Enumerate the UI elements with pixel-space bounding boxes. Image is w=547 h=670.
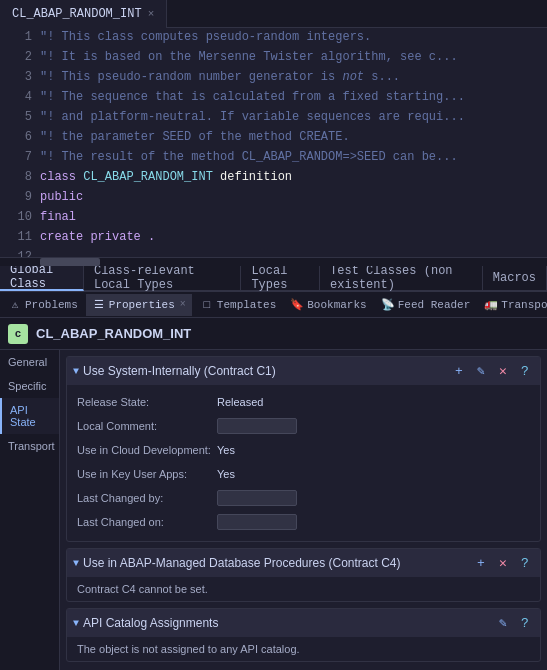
bottom-tab[interactable]: Class-relevant Local Types: [84, 265, 241, 291]
tool-close-btn[interactable]: ×: [180, 299, 186, 310]
tool-icon: ⚠: [8, 298, 22, 312]
editor-scrollbar-thumb[interactable]: [40, 258, 100, 266]
line-content: final: [40, 210, 76, 224]
changed-on-value[interactable]: [217, 514, 297, 530]
code-line: 4"! The sequence that is calculated from…: [0, 90, 547, 110]
key-user-label: Use in Key User Apps:: [77, 468, 217, 480]
left-nav-item[interactable]: Transport: [0, 434, 59, 458]
tool-icon: 🔖: [290, 298, 304, 312]
tool-icon: 🚛: [484, 298, 498, 312]
line-content: create private .: [40, 230, 155, 244]
contract-c1-header: ▼ Use System-Internally (Contract C1) + …: [67, 357, 540, 385]
catalog-info-btn[interactable]: ?: [516, 614, 534, 632]
tool-item[interactable]: 📡Feed Reader: [375, 294, 477, 316]
tab-close-button[interactable]: ×: [148, 8, 155, 20]
cloud-dev-label: Use in Cloud Development:: [77, 444, 217, 456]
tool-item[interactable]: 🔖Bookmarks: [284, 294, 372, 316]
c1-delete-btn[interactable]: ✕: [494, 362, 512, 380]
local-comment-input[interactable]: [217, 418, 297, 434]
catalog-edit-btn[interactable]: ✎: [494, 614, 512, 632]
line-number: 3: [4, 70, 32, 84]
code-line: 9 public: [0, 190, 547, 210]
properties-title: CL_ABAP_RANDOM_INT: [36, 326, 191, 341]
bottom-tab[interactable]: Global Class: [0, 265, 84, 291]
field-release-state: Release State: Released: [77, 391, 530, 413]
tool-icon: 📡: [381, 298, 395, 312]
code-line: 1"! This class computes pseudo-random in…: [0, 30, 547, 50]
field-changed-by: Last Changed by:: [77, 487, 530, 509]
tool-item[interactable]: □Templates: [194, 294, 282, 316]
tool-label: Bookmarks: [307, 299, 366, 311]
changed-by-value[interactable]: [217, 490, 297, 506]
left-nav-item[interactable]: API State: [0, 398, 59, 434]
changed-on-label: Last Changed on:: [77, 516, 217, 528]
catalog-title: API Catalog Assignments: [83, 616, 490, 630]
contract-c4-header: ▼ Use in ABAP-Managed Database Procedure…: [67, 549, 540, 577]
c1-info-btn[interactable]: ?: [516, 362, 534, 380]
line-content: "! This pseudo-random number generator i…: [40, 70, 400, 84]
key-user-value: Yes: [217, 468, 235, 480]
release-state-value: Released: [217, 396, 263, 408]
code-editor: 1"! This class computes pseudo-random in…: [0, 28, 547, 258]
code-line: 12: [0, 250, 547, 258]
left-nav: GeneralSpecificAPI StateTransport: [0, 350, 60, 670]
line-number: 4: [4, 90, 32, 104]
properties-header: c CL_ABAP_RANDOM_INT: [0, 318, 547, 350]
bottom-tab[interactable]: Test Classes (non existent): [320, 265, 483, 291]
tool-item[interactable]: 🚛Transport Orc: [478, 294, 547, 316]
line-content: "! The sequence that is calculated from …: [40, 90, 465, 104]
c1-collapse-arrow[interactable]: ▼: [73, 366, 79, 377]
code-line: 7"! The result of the method CL_ABAP_RAN…: [0, 150, 547, 170]
left-nav-item[interactable]: Specific: [0, 374, 59, 398]
line-number: 12: [4, 250, 32, 258]
c1-add-btn[interactable]: +: [450, 362, 468, 380]
line-number: 5: [4, 110, 32, 124]
editor-scrollbar[interactable]: [0, 258, 547, 266]
line-number: 7: [4, 150, 32, 164]
tool-icon: ☰: [92, 298, 106, 312]
c4-collapse-arrow[interactable]: ▼: [73, 558, 79, 569]
tool-item[interactable]: ⚠Problems: [2, 294, 84, 316]
c1-edit-btn[interactable]: ✎: [472, 362, 490, 380]
field-local-comment: Local Comment:: [77, 415, 530, 437]
bottom-tabs-bar: Global ClassClass-relevant Local TypesLo…: [0, 266, 547, 292]
tool-icon: □: [200, 298, 214, 312]
bottom-tab[interactable]: Local Types: [241, 265, 320, 291]
c4-add-btn[interactable]: +: [472, 554, 490, 572]
left-nav-item[interactable]: General: [0, 350, 59, 374]
tool-row: ⚠Problems☰Properties×□Templates🔖Bookmark…: [0, 292, 547, 318]
c1-body: Release State: Released Local Comment: U…: [67, 385, 540, 541]
editor-tab[interactable]: CL_ABAP_RANDOM_INT ×: [0, 0, 167, 28]
release-state-label: Release State:: [77, 396, 217, 408]
bottom-tab[interactable]: Macros: [483, 265, 547, 291]
line-number: 10: [4, 210, 32, 224]
panel-body: GeneralSpecificAPI StateTransport ▼ Use …: [0, 350, 547, 670]
line-content: "! This class computes pseudo-random int…: [40, 30, 371, 44]
class-icon: c: [8, 324, 28, 344]
code-line: 6"! the parameter SEED of the method CRE…: [0, 130, 547, 150]
code-line: 3"! This pseudo-random number generator …: [0, 70, 547, 90]
c4-info-btn[interactable]: ?: [516, 554, 534, 572]
line-content: "! The result of the method CL_ABAP_RAND…: [40, 150, 458, 164]
tool-label: Properties: [109, 299, 175, 311]
catalog-collapse-arrow[interactable]: ▼: [73, 618, 79, 629]
catalog-header: ▼ API Catalog Assignments ✎ ?: [67, 609, 540, 637]
line-number: 1: [4, 30, 32, 44]
contract-c1-section: ▼ Use System-Internally (Contract C1) + …: [66, 356, 541, 542]
code-line: 8class CL_ABAP_RANDOM_INT definition: [0, 170, 547, 190]
field-cloud-dev: Use in Cloud Development: Yes: [77, 439, 530, 461]
code-line: 11 create private .: [0, 230, 547, 250]
line-number: 11: [4, 230, 32, 244]
line-number: 9: [4, 190, 32, 204]
contract-c4-section: ▼ Use in ABAP-Managed Database Procedure…: [66, 548, 541, 602]
catalog-section: ▼ API Catalog Assignments ✎ ? The object…: [66, 608, 541, 662]
c4-delete-btn[interactable]: ✕: [494, 554, 512, 572]
line-content: class CL_ABAP_RANDOM_INT definition: [40, 170, 292, 184]
line-number: 2: [4, 50, 32, 64]
line-number: 6: [4, 130, 32, 144]
catalog-text: The object is not assigned to any API ca…: [67, 637, 540, 661]
line-content: public: [40, 190, 83, 204]
line-content: "! and platform-neutral. If variable seq…: [40, 110, 465, 124]
code-line: 10 final: [0, 210, 547, 230]
tool-item[interactable]: ☰Properties×: [86, 294, 192, 316]
